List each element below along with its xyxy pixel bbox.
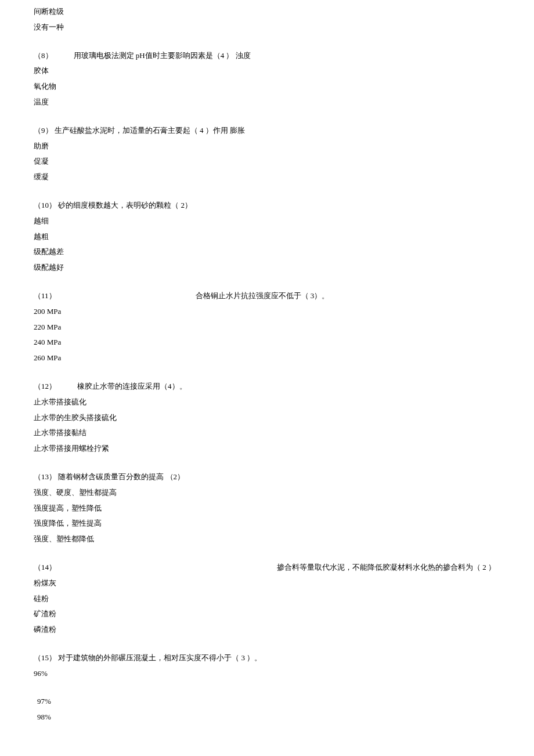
option: 止水带搭接用螺栓拧紧	[34, 443, 534, 455]
option: 促凝	[34, 155, 534, 168]
question-text: 对于建筑物的外部碾压混凝土，相对压实度不得小于（ 3 ）。	[56, 653, 262, 662]
question-number: （15）	[34, 653, 56, 662]
spacer	[34, 112, 534, 125]
question-text: 用玻璃电极法测定 pH值时主要影响因素是（4 ） 浊度	[74, 51, 251, 60]
question-text: 生产硅酸盐水泥时，加适量的石膏主要起（ 4 ）作用 膨胀	[53, 126, 246, 135]
option: 97%	[34, 696, 534, 708]
option: 止水带搭接硫化	[34, 396, 534, 408]
option: 260 MPa	[34, 352, 534, 364]
question-number: （13）	[34, 472, 56, 481]
question-stem: （15） 对于建筑物的外部碾压混凝土，相对压实度不得小于（ 3 ）。	[34, 652, 534, 664]
spacer	[34, 639, 534, 652]
question-text: 随着钢材含碳质量百分数的提高 （2）	[56, 472, 185, 481]
intro-line: 间断粒级	[34, 6, 534, 18]
option: 氧化物	[34, 81, 534, 93]
question-text: 橡胶止水带的连接应采用（4）。	[77, 382, 187, 390]
spacer	[34, 549, 534, 562]
option: 越粗	[34, 231, 534, 243]
spacer	[34, 683, 534, 696]
question-number: （10）	[34, 201, 56, 209]
option: 强度提高，塑性降低	[34, 502, 534, 515]
question-stem: （14）掺合料等量取代水泥，不能降低胶凝材料水化热的掺合料为（ 2 ）	[34, 562, 534, 574]
question-number: （9）	[34, 126, 53, 135]
spacer	[34, 37, 534, 50]
question-number: （8）	[34, 51, 53, 60]
question-text: 合格铜止水片抗拉强度应不低于（ 3）。	[196, 291, 330, 300]
option: 助磨	[34, 140, 534, 153]
spacer	[34, 368, 534, 381]
question-number: （12）	[34, 382, 56, 390]
question-number: （14）	[34, 563, 56, 571]
intro-line: 没有一种	[34, 21, 534, 34]
option: 220 MPa	[34, 321, 534, 334]
option: 98%	[34, 711, 534, 724]
document-page: 间断粒级 没有一种 （8）用玻璃电极法测定 pH值时主要影响因素是（4 ） 浊度…	[0, 0, 534, 744]
question-stem: （12）橡胶止水带的连接应采用（4）。	[34, 381, 534, 393]
option: 粉煤灰	[34, 577, 534, 589]
option: 缓凝	[34, 171, 534, 183]
option: 磷渣粉	[34, 624, 534, 636]
option: 级配越差	[34, 246, 534, 258]
question-stem: （10） 砂的细度模数越大，表明砂的颗粒（ 2）	[34, 200, 534, 212]
option: 强度、塑性都降低	[34, 533, 534, 545]
option: 200 MPa	[34, 306, 534, 318]
option: 止水带搭接黏结	[34, 427, 534, 439]
option: 温度	[34, 96, 534, 108]
option: 越细	[34, 215, 534, 227]
option: 矿渣粉	[34, 608, 534, 620]
question-number: （11）	[34, 291, 56, 300]
option: 胶体	[34, 65, 534, 77]
option: 止水带的生胶头搭接硫化	[34, 412, 534, 424]
question-stem: （13） 随着钢材含碳质量百分数的提高 （2）	[34, 471, 534, 483]
spacer	[34, 458, 534, 471]
option: 级配越好	[34, 262, 534, 274]
question-text: 掺合料等量取代水泥，不能降低胶凝材料水化热的掺合料为（ 2 ）	[277, 563, 496, 571]
spacer	[34, 187, 534, 200]
option: 强度、硬度、塑性都提高	[34, 487, 534, 499]
option: 240 MPa	[34, 337, 534, 349]
option: 硅粉	[34, 593, 534, 605]
question-stem: （9） 生产硅酸盐水泥时，加适量的石膏主要起（ 4 ）作用 膨胀	[34, 125, 534, 137]
question-stem: （8）用玻璃电极法测定 pH值时主要影响因素是（4 ） 浊度	[34, 50, 534, 62]
question-text: 砂的细度模数越大，表明砂的颗粒（ 2）	[56, 201, 192, 209]
option: 96%	[34, 668, 534, 680]
option: 强度降低，塑性提高	[34, 518, 534, 530]
question-stem: （11）合格铜止水片抗拉强度应不低于（ 3）。	[34, 290, 534, 302]
spacer	[34, 277, 534, 290]
